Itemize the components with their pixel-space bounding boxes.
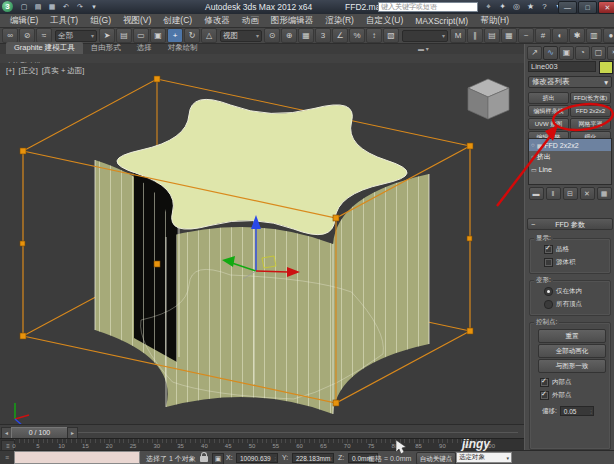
selection-lock-icon[interactable] (200, 456, 208, 462)
spinner-snap-icon[interactable]: ↕ (366, 28, 382, 43)
new-scene-icon[interactable]: ▢ (18, 1, 30, 12)
tab-motion[interactable]: ◔ (575, 46, 590, 60)
menu-item[interactable]: 工具(T) (44, 15, 84, 27)
menu-item[interactable]: 图形编辑器 (265, 15, 320, 27)
stack-item-icon[interactable]: ▭ (531, 166, 537, 173)
render-production-icon[interactable]: ● (603, 28, 614, 43)
source-volume-checkbox[interactable]: 源体积 (544, 258, 576, 267)
angle-snap-icon[interactable]: ∠ (332, 28, 348, 43)
control-point-button[interactable]: 全部动画化 (538, 344, 606, 358)
menu-item[interactable]: MAXScript(M) (409, 16, 474, 26)
help-icon[interactable]: ? (539, 1, 550, 12)
object-color-swatch[interactable] (599, 61, 613, 74)
all-vertices-radio[interactable]: 所有顶点 (544, 300, 582, 309)
select-by-name-icon[interactable]: ▤ (116, 28, 132, 43)
object-name-field[interactable] (528, 61, 596, 72)
tab-modify[interactable]: ∿ (543, 46, 558, 60)
select-and-rotate-icon[interactable]: ↻ (184, 28, 200, 43)
align-icon[interactable]: ∥ (467, 28, 483, 43)
viewport[interactable]: [+] [正交] [真实 + 边面] (0, 63, 524, 424)
viewport-pov-menu[interactable]: [正交] (19, 66, 38, 76)
x-coordinate-field[interactable]: 10090.639 ∶ (236, 453, 278, 463)
menu-item[interactable]: 帮助(H) (474, 15, 515, 27)
tab-utilities[interactable]: ✶ (607, 46, 614, 60)
menu-item[interactable]: 动画 (236, 15, 265, 27)
inside-points-checkbox[interactable]: 内部点 (540, 378, 572, 387)
workspace-dropdown-icon[interactable]: ▾ (88, 1, 100, 12)
stack-item[interactable]: ▭Line (529, 163, 611, 175)
render-setup-icon[interactable]: ✱ (569, 28, 585, 43)
percent-snap-icon[interactable]: % (349, 28, 365, 43)
ribbon-minimize-icon[interactable]: ▬ ▾ (418, 45, 429, 52)
material-editor-icon[interactable]: ◐ (552, 28, 568, 43)
viewport-general-menu[interactable]: [+] (6, 66, 15, 76)
maximize-button[interactable]: □ (578, 1, 597, 14)
app-logo-icon[interactable]: 3 (2, 1, 13, 12)
stack-item[interactable]: ○挤出 (529, 151, 611, 163)
tab-create[interactable]: ↗ (527, 46, 542, 60)
ribbon-tab[interactable]: Graphite 建模工具 (6, 42, 83, 54)
window-crossing-icon[interactable]: ▣ (150, 28, 166, 43)
key-filter-dropdown[interactable]: 选定对象 ▾ (456, 452, 512, 463)
favorites-icon[interactable]: ★ (525, 1, 536, 12)
edit-named-selections-icon[interactable]: ▧ (383, 28, 399, 43)
star-object[interactable] (95, 99, 429, 414)
configure-modifier-sets-icon[interactable]: ▦ (597, 187, 612, 200)
snap-toggle-3d-icon[interactable]: 3 (315, 28, 331, 43)
modifier-set-button[interactable]: 网格平滑 (570, 118, 611, 130)
track-bar[interactable]: ≡ 05101520253035404550556065707580859095… (0, 438, 524, 450)
spinner-arrows-icon[interactable]: ∶ (330, 455, 332, 462)
stack-item-icon[interactable]: ○ (531, 142, 535, 148)
open-file-icon[interactable]: ▤ (32, 1, 44, 12)
curve-editor-icon[interactable]: ~ (518, 28, 534, 43)
make-unique-icon[interactable]: ⊟ (563, 187, 578, 200)
modifier-set-button[interactable]: FFD(长方体) (570, 92, 611, 104)
pin-stack-icon[interactable]: ▬ (529, 187, 544, 200)
menu-item[interactable]: 视图(V) (117, 15, 157, 27)
selection-region-icon[interactable]: ▭ (133, 28, 149, 43)
tab-hierarchy[interactable]: ▣ (559, 46, 574, 60)
undo-icon[interactable]: ↶ (60, 1, 72, 12)
rollout-collapse-icon[interactable]: − (531, 219, 535, 231)
checkbox-icon[interactable] (540, 391, 549, 400)
lattice-checkbox[interactable]: 晶格 (544, 245, 569, 254)
menu-item[interactable]: 编辑(E) (4, 15, 44, 27)
menu-item[interactable]: 渲染(R) (319, 15, 360, 27)
minimize-button[interactable]: — (558, 1, 577, 14)
unlink-selection-icon[interactable]: ⊘ (19, 28, 35, 43)
modifier-set-button[interactable]: UVW 贴图 (528, 118, 569, 130)
graphite-toggle-icon[interactable]: ▦ (501, 28, 517, 43)
menu-item[interactable]: 组(G) (84, 15, 117, 27)
rollout-header[interactable]: − FFD 参数 (527, 218, 613, 230)
modifier-set-button[interactable]: 编辑样条线 (528, 105, 569, 117)
checkbox-icon[interactable] (544, 245, 553, 254)
bind-to-space-warp-icon[interactable]: ≈ (36, 28, 52, 43)
keyboard-override-icon[interactable]: ▦ (298, 28, 314, 43)
reference-coordinate-dropdown[interactable]: 视图▾ (220, 30, 262, 42)
viewcube[interactable] (468, 79, 509, 119)
schematic-view-icon[interactable]: # (535, 28, 551, 43)
stack-item[interactable]: ○▦FFD 2x2x2 (529, 139, 611, 151)
use-pivot-center-icon[interactable]: ⊙ (264, 28, 280, 43)
infocenter-search-input[interactable] (378, 2, 478, 12)
modifier-set-button[interactable]: FFD 2x2x2 (570, 105, 611, 117)
y-coordinate-field[interactable]: 228.183mm ∶ (292, 453, 334, 463)
only-in-volume-radio[interactable]: 仅在体内 (544, 287, 582, 296)
modifier-set-button[interactable]: 挤出 (528, 92, 569, 104)
spinner-arrows-icon[interactable]: ∶ (590, 408, 592, 415)
ribbon-tab[interactable]: 选择 (129, 42, 160, 54)
close-button[interactable]: ✕ (598, 1, 614, 14)
checkbox-icon[interactable] (540, 378, 549, 387)
stack-item-icon[interactable]: ○ (531, 154, 535, 160)
listener-toggle-icon[interactable]: ≡ (0, 451, 15, 464)
viewport-shading-menu[interactable]: [真实 + 边面] (42, 66, 85, 76)
absolute-mode-icon[interactable]: ▣ (212, 453, 224, 464)
radio-icon[interactable] (544, 287, 553, 296)
search-go-icon[interactable]: ⌖ (483, 1, 494, 12)
tab-display[interactable]: ▢ (591, 46, 606, 60)
ribbon-tab[interactable]: 自由形式 (83, 42, 129, 54)
communication-center-icon[interactable]: ◎ (511, 1, 522, 12)
modifier-list-dropdown[interactable]: 修改器列表 ▾ (528, 76, 612, 88)
selection-filter-dropdown[interactable]: 全部▾ (55, 30, 97, 42)
layer-manager-icon[interactable]: ▤ (484, 28, 500, 43)
